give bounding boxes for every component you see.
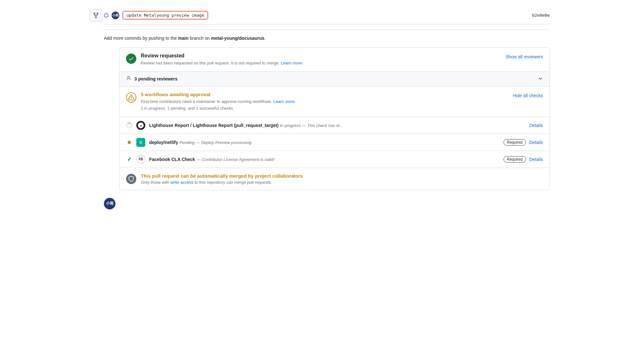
bottom-avatar-row: 小雨	[104, 193, 550, 215]
commit-dot	[104, 13, 108, 18]
check-row-lighthouse: Lighthouse Report / Lighthouse Report (p…	[120, 117, 549, 134]
netlify-check-info: deploy/netlify Pending — Deploy Preview …	[149, 140, 252, 145]
divider	[104, 30, 550, 30]
warning-icon	[126, 92, 136, 103]
lighthouse-status-icon	[126, 122, 132, 128]
fb-cla-check-name: Facebook CLA Check	[149, 157, 195, 162]
fb-cla-status-icon: ✓	[126, 156, 132, 163]
merge-icon	[93, 12, 99, 19]
review-section: Review requested Review has been request…	[120, 48, 549, 72]
fb-cla-check-right: Required Details	[504, 156, 543, 163]
pending-label: 3 pending reviewers	[134, 76, 178, 81]
check-row-netlify: deploy/netlify Pending — Deploy Preview …	[120, 134, 549, 151]
netlify-status-icon	[126, 141, 132, 144]
fb-cla-required-badge: Required	[504, 156, 526, 163]
fb-cla-logo: FB	[136, 155, 145, 164]
review-check-icon	[126, 54, 136, 64]
merge-icon-button[interactable]	[89, 9, 102, 22]
netlify-check-name: deploy/netlify	[149, 140, 178, 145]
lighthouse-check-right: Details	[529, 123, 543, 128]
bottom-avatar: 小雨	[104, 198, 115, 209]
auto-merge-description: Only those with write access to this rep…	[141, 180, 303, 185]
netlify-required-badge: Required	[504, 139, 526, 146]
review-text: Review requested Review has been request…	[141, 53, 303, 66]
netlify-details-link[interactable]: Details	[529, 140, 543, 145]
chevron-down-icon	[538, 76, 543, 82]
avatar: 小雨	[112, 12, 119, 19]
fb-cla-check-desc: — Contributor License Agreement is valid…	[196, 157, 274, 162]
netlify-check-desc: Pending — Deploy Preview processing.	[179, 140, 252, 145]
hide-all-checks-link[interactable]: Hide all checks	[513, 93, 543, 98]
workflows-text: 5 workflows awaiting approval First-time…	[141, 92, 296, 112]
netlify-logo	[136, 138, 145, 147]
auto-merge-section: This pull request can be automatically m…	[120, 168, 549, 190]
review-title: Review requested	[141, 53, 303, 59]
review-description: Review has been requested on this pull r…	[141, 60, 303, 66]
lighthouse-logo	[136, 121, 145, 130]
workflows-subtext: 1 in progress, 1 pending, and 1 successf…	[141, 105, 296, 112]
commit-row: 小雨 update Metalyoung preview image b2e0e…	[104, 6, 550, 24]
auto-merge-text: This pull request can be automatically m…	[141, 173, 303, 185]
lighthouse-check-desc: In progress — This check has st...	[280, 123, 343, 128]
info-text: Add more commits by pushing to the main …	[104, 35, 550, 42]
fb-cla-details-link[interactable]: Details	[529, 157, 543, 162]
commit-hash: b2e0e0e	[532, 13, 550, 18]
commit-message[interactable]: update Metalyoung preview image	[123, 11, 208, 20]
workflows-title: 5 workflows awaiting approval	[141, 92, 296, 97]
shield-icon	[126, 174, 136, 184]
write-access-link[interactable]: write access	[171, 180, 194, 185]
lighthouse-check-info: Lighthouse Report / Lighthouse Report (p…	[149, 123, 343, 128]
auto-merge-title: This pull request can be automatically m…	[141, 173, 303, 179]
fb-cla-check-info: Facebook CLA Check — Contributor License…	[149, 157, 274, 162]
checks-card: Review requested Review has been request…	[119, 47, 550, 190]
check-row-fb-cla: ✓ FB Facebook CLA Check — Contributor Li…	[120, 151, 549, 168]
show-all-reviewers-link[interactable]: Show all reviewers	[505, 54, 543, 59]
person-icon	[126, 76, 131, 82]
workflows-description: First-time contributors need a maintaine…	[141, 98, 296, 105]
lighthouse-details-link[interactable]: Details	[529, 123, 543, 128]
review-learn-more-link[interactable]: Learn more.	[281, 61, 303, 65]
lighthouse-check-name: Lighthouse Report / Lighthouse Report (p…	[149, 123, 279, 128]
pending-reviewers-row[interactable]: 3 pending reviewers	[120, 72, 549, 87]
netlify-check-right: Required Details	[504, 139, 543, 146]
workflows-learn-more-link[interactable]: Learn more.	[273, 99, 296, 104]
workflows-section: 5 workflows awaiting approval First-time…	[120, 87, 549, 117]
